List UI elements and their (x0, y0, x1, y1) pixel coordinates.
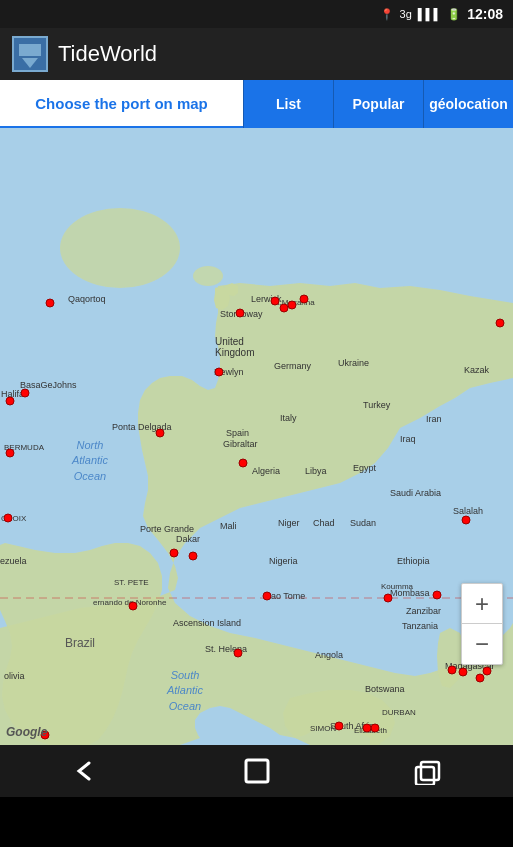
port-stornoway[interactable] (236, 309, 245, 318)
port-halifa[interactable] (21, 389, 30, 398)
google-logo: Google (6, 725, 47, 739)
app-title: TideWorld (58, 41, 157, 67)
port-durban[interactable] (371, 724, 380, 733)
port-qaqortoq[interactable] (46, 299, 55, 308)
port-porte-grande[interactable] (170, 549, 179, 558)
svg-point-2 (193, 266, 223, 286)
time-display: 12:08 (467, 6, 503, 22)
port-croix[interactable] (4, 514, 13, 523)
tab-bar: Choose the port on map List Popular géol… (0, 80, 513, 128)
svg-point-1 (60, 208, 180, 288)
signal-icon: ▌▌▌ (418, 8, 441, 20)
port-oman[interactable] (496, 319, 505, 328)
port-sao-tome[interactable] (263, 592, 272, 601)
app-icon (12, 36, 48, 72)
zoom-in-button[interactable]: + (462, 584, 502, 624)
port-ferando[interactable] (129, 602, 138, 611)
svg-rect-5 (421, 762, 439, 780)
map-container[interactable]: NorthAtlanticOcean SouthAtlanticOcean So… (0, 128, 513, 745)
svg-rect-6 (416, 767, 434, 785)
port-newlyn[interactable] (215, 368, 224, 377)
location-icon: 📍 (380, 8, 394, 21)
battery-icon: 🔋 (447, 8, 461, 21)
title-bar: TideWorld (0, 28, 513, 80)
port-madagascar4[interactable] (483, 667, 492, 676)
port-madagascar2[interactable] (459, 668, 468, 677)
tab-geolocate[interactable]: géolocation (423, 80, 513, 128)
tab-map[interactable]: Choose the port on map (0, 80, 243, 128)
port-madagascar3[interactable] (476, 674, 485, 683)
tab-list[interactable]: List (243, 80, 333, 128)
port-bermuda[interactable] (6, 449, 15, 458)
port-ponta[interactable] (156, 429, 165, 438)
port-simon[interactable] (335, 722, 344, 731)
port-lerwick3[interactable] (288, 301, 297, 310)
port-dakar[interactable] (189, 552, 198, 561)
port-elizabeth[interactable] (363, 724, 372, 733)
port-gibraltar[interactable] (239, 459, 248, 468)
port-mombasa[interactable] (384, 594, 393, 603)
port-madagascar1[interactable] (448, 666, 457, 675)
recents-button[interactable] (398, 753, 458, 789)
status-bar: 📍 3g ▌▌▌ 🔋 12:08 (0, 0, 513, 28)
port-st-helena[interactable] (234, 649, 243, 658)
port-zanzibar[interactable] (433, 591, 442, 600)
map-svg (0, 128, 513, 745)
nav-bar (0, 745, 513, 797)
port-basage[interactable] (6, 397, 15, 406)
port-lerwick4[interactable] (300, 295, 309, 304)
zoom-controls: + − (461, 583, 503, 665)
port-lerwick1[interactable] (271, 297, 280, 306)
back-button[interactable] (56, 753, 116, 789)
tab-popular[interactable]: Popular (333, 80, 423, 128)
home-button[interactable] (227, 753, 287, 789)
zoom-out-button[interactable]: − (462, 624, 502, 664)
network-3g: 3g (400, 8, 412, 20)
port-salalah[interactable] (462, 516, 471, 525)
svg-rect-4 (246, 760, 268, 782)
